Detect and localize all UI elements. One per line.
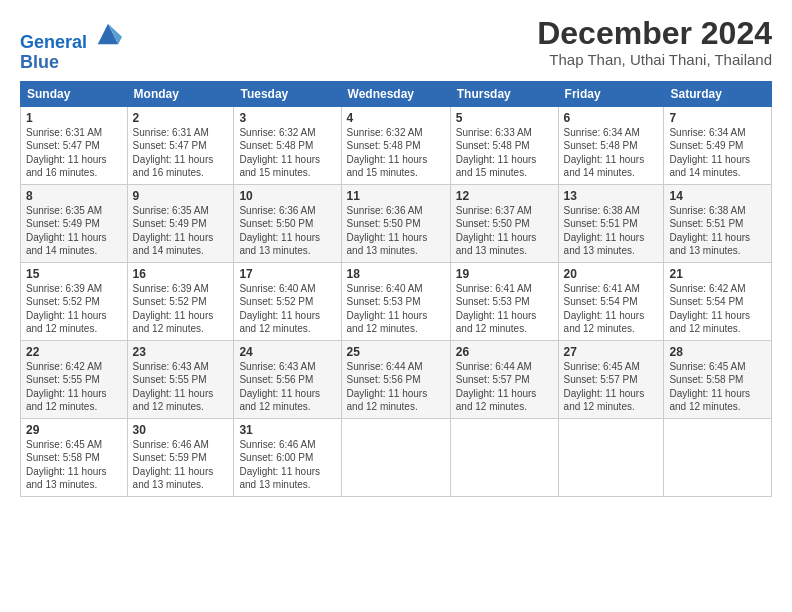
day-number: 17: [239, 267, 335, 281]
day-info: Sunrise: 6:38 AMSunset: 5:51 PMDaylight:…: [564, 204, 659, 258]
day-info: Sunrise: 6:42 AMSunset: 5:54 PMDaylight:…: [669, 282, 766, 336]
calendar-cell: [341, 418, 450, 496]
calendar-cell: 14Sunrise: 6:38 AMSunset: 5:51 PMDayligh…: [664, 184, 772, 262]
calendar-cell: 2Sunrise: 6:31 AMSunset: 5:47 PMDaylight…: [127, 106, 234, 184]
day-info: Sunrise: 6:44 AMSunset: 5:57 PMDaylight:…: [456, 360, 553, 414]
day-number: 29: [26, 423, 122, 437]
day-info: Sunrise: 6:45 AMSunset: 5:58 PMDaylight:…: [669, 360, 766, 414]
day-number: 25: [347, 345, 445, 359]
day-number: 14: [669, 189, 766, 203]
col-header-monday: Monday: [127, 81, 234, 106]
calendar-cell: 30Sunrise: 6:46 AMSunset: 5:59 PMDayligh…: [127, 418, 234, 496]
day-number: 21: [669, 267, 766, 281]
calendar-cell: 31Sunrise: 6:46 AMSunset: 6:00 PMDayligh…: [234, 418, 341, 496]
day-number: 10: [239, 189, 335, 203]
calendar-cell: 26Sunrise: 6:44 AMSunset: 5:57 PMDayligh…: [450, 340, 558, 418]
day-info: Sunrise: 6:46 AMSunset: 6:00 PMDaylight:…: [239, 438, 335, 492]
day-number: 15: [26, 267, 122, 281]
day-number: 28: [669, 345, 766, 359]
day-info: Sunrise: 6:40 AMSunset: 5:52 PMDaylight:…: [239, 282, 335, 336]
day-info: Sunrise: 6:41 AMSunset: 5:54 PMDaylight:…: [564, 282, 659, 336]
day-number: 19: [456, 267, 553, 281]
day-number: 12: [456, 189, 553, 203]
day-number: 1: [26, 111, 122, 125]
col-header-saturday: Saturday: [664, 81, 772, 106]
calendar-cell: 9Sunrise: 6:35 AMSunset: 5:49 PMDaylight…: [127, 184, 234, 262]
day-number: 9: [133, 189, 229, 203]
day-info: Sunrise: 6:40 AMSunset: 5:53 PMDaylight:…: [347, 282, 445, 336]
calendar-cell: 16Sunrise: 6:39 AMSunset: 5:52 PMDayligh…: [127, 262, 234, 340]
week-row-4: 22Sunrise: 6:42 AMSunset: 5:55 PMDayligh…: [21, 340, 772, 418]
day-info: Sunrise: 6:43 AMSunset: 5:55 PMDaylight:…: [133, 360, 229, 414]
calendar-cell: [664, 418, 772, 496]
day-info: Sunrise: 6:32 AMSunset: 5:48 PMDaylight:…: [347, 126, 445, 180]
calendar-cell: 12Sunrise: 6:37 AMSunset: 5:50 PMDayligh…: [450, 184, 558, 262]
day-info: Sunrise: 6:43 AMSunset: 5:56 PMDaylight:…: [239, 360, 335, 414]
day-info: Sunrise: 6:33 AMSunset: 5:48 PMDaylight:…: [456, 126, 553, 180]
day-number: 31: [239, 423, 335, 437]
day-info: Sunrise: 6:46 AMSunset: 5:59 PMDaylight:…: [133, 438, 229, 492]
month-year: December 2024: [537, 16, 772, 51]
day-number: 20: [564, 267, 659, 281]
calendar-cell: 8Sunrise: 6:35 AMSunset: 5:49 PMDaylight…: [21, 184, 128, 262]
calendar-table: SundayMondayTuesdayWednesdayThursdayFrid…: [20, 81, 772, 497]
header: General Blue December 2024 Thap Than, Ut…: [20, 16, 772, 73]
day-number: 8: [26, 189, 122, 203]
logo-text: General: [20, 20, 122, 53]
day-info: Sunrise: 6:32 AMSunset: 5:48 PMDaylight:…: [239, 126, 335, 180]
day-info: Sunrise: 6:36 AMSunset: 5:50 PMDaylight:…: [347, 204, 445, 258]
day-number: 7: [669, 111, 766, 125]
day-info: Sunrise: 6:35 AMSunset: 5:49 PMDaylight:…: [26, 204, 122, 258]
calendar-cell: 5Sunrise: 6:33 AMSunset: 5:48 PMDaylight…: [450, 106, 558, 184]
calendar-cell: 13Sunrise: 6:38 AMSunset: 5:51 PMDayligh…: [558, 184, 664, 262]
calendar-cell: 19Sunrise: 6:41 AMSunset: 5:53 PMDayligh…: [450, 262, 558, 340]
calendar-cell: 21Sunrise: 6:42 AMSunset: 5:54 PMDayligh…: [664, 262, 772, 340]
col-header-tuesday: Tuesday: [234, 81, 341, 106]
day-info: Sunrise: 6:34 AMSunset: 5:49 PMDaylight:…: [669, 126, 766, 180]
day-info: Sunrise: 6:31 AMSunset: 5:47 PMDaylight:…: [26, 126, 122, 180]
col-header-thursday: Thursday: [450, 81, 558, 106]
day-info: Sunrise: 6:45 AMSunset: 5:58 PMDaylight:…: [26, 438, 122, 492]
day-info: Sunrise: 6:45 AMSunset: 5:57 PMDaylight:…: [564, 360, 659, 414]
day-number: 5: [456, 111, 553, 125]
day-number: 30: [133, 423, 229, 437]
day-number: 16: [133, 267, 229, 281]
day-number: 13: [564, 189, 659, 203]
day-info: Sunrise: 6:39 AMSunset: 5:52 PMDaylight:…: [26, 282, 122, 336]
day-info: Sunrise: 6:41 AMSunset: 5:53 PMDaylight:…: [456, 282, 553, 336]
header-row: SundayMondayTuesdayWednesdayThursdayFrid…: [21, 81, 772, 106]
day-number: 3: [239, 111, 335, 125]
page: General Blue December 2024 Thap Than, Ut…: [0, 0, 792, 507]
calendar-cell: 27Sunrise: 6:45 AMSunset: 5:57 PMDayligh…: [558, 340, 664, 418]
day-info: Sunrise: 6:42 AMSunset: 5:55 PMDaylight:…: [26, 360, 122, 414]
title-block: December 2024 Thap Than, Uthai Thani, Th…: [537, 16, 772, 68]
calendar-cell: 7Sunrise: 6:34 AMSunset: 5:49 PMDaylight…: [664, 106, 772, 184]
day-number: 26: [456, 345, 553, 359]
logo-blue-text: Blue: [20, 53, 122, 73]
calendar-cell: 18Sunrise: 6:40 AMSunset: 5:53 PMDayligh…: [341, 262, 450, 340]
col-header-friday: Friday: [558, 81, 664, 106]
day-number: 4: [347, 111, 445, 125]
day-number: 6: [564, 111, 659, 125]
calendar-cell: 25Sunrise: 6:44 AMSunset: 5:56 PMDayligh…: [341, 340, 450, 418]
calendar-cell: 29Sunrise: 6:45 AMSunset: 5:58 PMDayligh…: [21, 418, 128, 496]
calendar-cell: 24Sunrise: 6:43 AMSunset: 5:56 PMDayligh…: [234, 340, 341, 418]
day-number: 22: [26, 345, 122, 359]
week-row-1: 1Sunrise: 6:31 AMSunset: 5:47 PMDaylight…: [21, 106, 772, 184]
week-row-2: 8Sunrise: 6:35 AMSunset: 5:49 PMDaylight…: [21, 184, 772, 262]
day-info: Sunrise: 6:37 AMSunset: 5:50 PMDaylight:…: [456, 204, 553, 258]
calendar-cell: 15Sunrise: 6:39 AMSunset: 5:52 PMDayligh…: [21, 262, 128, 340]
day-number: 23: [133, 345, 229, 359]
calendar-cell: 23Sunrise: 6:43 AMSunset: 5:55 PMDayligh…: [127, 340, 234, 418]
col-header-wednesday: Wednesday: [341, 81, 450, 106]
calendar-cell: [450, 418, 558, 496]
calendar-cell: 4Sunrise: 6:32 AMSunset: 5:48 PMDaylight…: [341, 106, 450, 184]
calendar-cell: 17Sunrise: 6:40 AMSunset: 5:52 PMDayligh…: [234, 262, 341, 340]
day-number: 2: [133, 111, 229, 125]
calendar-cell: 10Sunrise: 6:36 AMSunset: 5:50 PMDayligh…: [234, 184, 341, 262]
day-info: Sunrise: 6:39 AMSunset: 5:52 PMDaylight:…: [133, 282, 229, 336]
calendar-cell: 6Sunrise: 6:34 AMSunset: 5:48 PMDaylight…: [558, 106, 664, 184]
day-number: 24: [239, 345, 335, 359]
logo: General Blue: [20, 20, 122, 73]
logo-icon: [94, 20, 122, 48]
